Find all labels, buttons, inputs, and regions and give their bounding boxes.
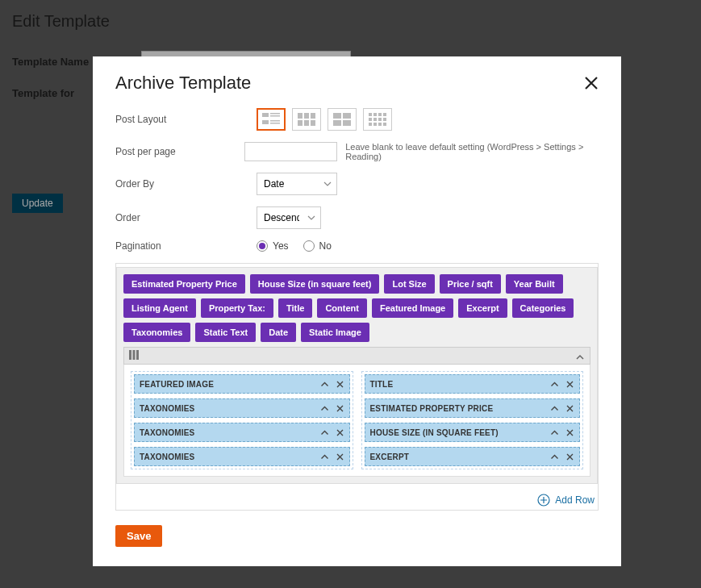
close-icon[interactable] — [336, 404, 344, 413]
chevron-up-icon[interactable] — [550, 380, 559, 389]
columns-icon[interactable] — [129, 348, 139, 363]
svg-rect-5 — [270, 123, 280, 124]
field-pill[interactable]: Categories — [512, 298, 574, 318]
svg-rect-12 — [333, 113, 341, 119]
svg-rect-14 — [333, 120, 341, 126]
close-icon[interactable] — [565, 452, 574, 461]
svg-rect-24 — [369, 123, 372, 126]
post-per-page-input[interactable] — [244, 142, 337, 161]
field-block[interactable]: FEATURED IMAGE — [134, 374, 350, 394]
svg-rect-1 — [270, 113, 280, 115]
field-pill[interactable]: Listing Agent — [123, 298, 196, 318]
field-pill[interactable]: Date — [261, 323, 296, 342]
post-per-page-label: Post per page — [115, 146, 244, 157]
field-pill[interactable]: Static Image — [301, 323, 369, 342]
field-block[interactable]: TAXONOMIES — [134, 398, 350, 418]
modal-title: Archive Template — [115, 73, 251, 94]
svg-rect-19 — [383, 113, 386, 116]
field-block-label: TAXONOMIES — [140, 452, 194, 461]
field-pill[interactable]: Property Tax: — [201, 298, 273, 318]
field-block-label: TAXONOMIES — [140, 428, 194, 437]
svg-rect-11 — [311, 120, 315, 126]
pagination-label: Pagination — [115, 240, 257, 252]
close-icon[interactable] — [565, 380, 574, 389]
chevron-up-icon[interactable] — [320, 428, 329, 437]
field-block[interactable]: TAXONOMIES — [134, 423, 350, 442]
field-pill[interactable]: Taxonomies — [123, 323, 190, 342]
field-block-label: TAXONOMIES — [140, 404, 194, 413]
svg-rect-23 — [383, 118, 386, 121]
post-layout-label: Post Layout — [115, 114, 257, 125]
svg-rect-9 — [298, 120, 303, 126]
svg-rect-16 — [369, 113, 372, 116]
field-block[interactable]: TITLE — [365, 374, 581, 394]
svg-rect-30 — [136, 350, 139, 360]
svg-rect-17 — [373, 113, 377, 116]
close-icon[interactable] — [336, 380, 344, 389]
add-row-label: Add Row — [555, 494, 595, 506]
field-pill[interactable]: Excerpt — [458, 298, 507, 318]
layout-option-grid4[interactable] — [363, 108, 392, 131]
svg-rect-4 — [270, 120, 280, 122]
field-pill[interactable]: Content — [317, 298, 367, 318]
field-block-label: TITLE — [370, 380, 394, 389]
add-row-button[interactable]: Add Row — [116, 484, 598, 510]
chevron-up-icon[interactable] — [320, 380, 329, 389]
field-pill[interactable]: Featured Image — [372, 298, 453, 318]
field-pill[interactable]: Estimated Property Price — [123, 274, 245, 294]
layout-option-grid2[interactable] — [328, 108, 357, 131]
field-block[interactable]: ESTIMATED PROPERTY PRICE — [365, 398, 581, 418]
field-block-label: ESTIMATED PROPERTY PRICE — [370, 404, 494, 413]
field-block-label: HOUSE SIZE (IN SQUARE FEET) — [370, 428, 499, 437]
collapse-row-icon[interactable] — [575, 351, 585, 361]
close-icon[interactable] — [336, 452, 344, 461]
save-button[interactable]: Save — [115, 525, 162, 547]
svg-rect-15 — [343, 120, 351, 126]
pagination-yes-label: Yes — [273, 240, 289, 252]
svg-rect-6 — [298, 113, 303, 119]
field-pill[interactable]: Lot Size — [384, 274, 434, 294]
svg-rect-7 — [304, 113, 309, 119]
layout-option-list[interactable] — [257, 108, 286, 131]
field-block[interactable]: HOUSE SIZE (IN SQUARE FEET) — [365, 423, 581, 442]
close-icon[interactable] — [565, 428, 574, 437]
pagination-no-radio[interactable] — [303, 240, 315, 252]
order-by-select[interactable]: Date — [257, 173, 337, 195]
svg-rect-21 — [373, 118, 377, 121]
pagination-yes-radio[interactable] — [257, 240, 268, 252]
svg-rect-28 — [129, 350, 131, 360]
svg-rect-29 — [133, 350, 136, 360]
order-select[interactable]: Descending — [257, 206, 321, 229]
svg-rect-13 — [343, 113, 351, 119]
chevron-up-icon[interactable] — [550, 428, 559, 437]
chevron-up-icon[interactable] — [320, 404, 329, 413]
field-pill[interactable]: Price / sqft — [440, 274, 501, 294]
order-label: Order — [115, 212, 257, 223]
field-pill[interactable]: Static Text — [195, 323, 256, 342]
field-block[interactable]: EXCERPT — [365, 447, 581, 466]
close-icon[interactable] — [565, 404, 574, 413]
order-by-label: Order By — [115, 178, 257, 190]
field-pill[interactable]: House Size (in square feet) — [250, 274, 380, 294]
field-block[interactable]: TAXONOMIES — [134, 447, 350, 466]
svg-rect-8 — [311, 113, 315, 119]
post-per-page-hint: Leave blank to leave default setting (Wo… — [345, 142, 599, 161]
svg-rect-18 — [378, 113, 382, 116]
pagination-no-label: No — [319, 240, 332, 252]
chevron-up-icon[interactable] — [320, 452, 329, 461]
layout-option-grid3[interactable] — [292, 108, 321, 131]
svg-rect-22 — [378, 118, 382, 121]
close-icon[interactable] — [336, 428, 344, 437]
field-pill[interactable]: Year Built — [506, 274, 563, 294]
svg-rect-2 — [270, 115, 280, 117]
close-icon[interactable] — [584, 76, 599, 90]
chevron-up-icon[interactable] — [550, 404, 559, 413]
field-pill[interactable]: Title — [278, 298, 312, 318]
svg-rect-27 — [383, 123, 386, 126]
chevron-up-icon[interactable] — [550, 452, 559, 461]
field-block-label: FEATURED IMAGE — [140, 380, 214, 389]
svg-rect-26 — [378, 123, 382, 126]
svg-rect-20 — [369, 118, 372, 121]
archive-template-modal: Archive Template Post Layout Post per pa… — [93, 56, 621, 566]
svg-rect-3 — [262, 120, 269, 124]
